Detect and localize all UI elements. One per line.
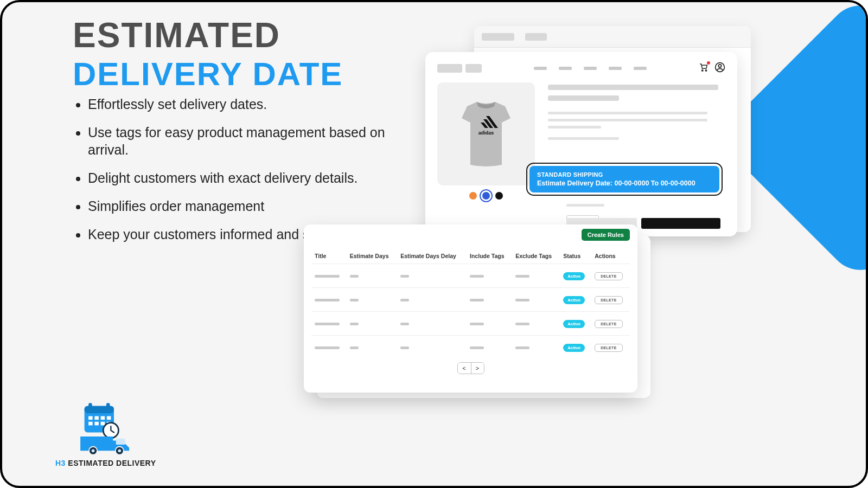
svg-rect-7: [88, 403, 92, 410]
page-prev-button[interactable]: <: [458, 363, 471, 374]
feature-item: Use tags for easy product management bas…: [88, 124, 398, 158]
status-badge: Active: [563, 344, 585, 352]
status-badge: Active: [563, 320, 585, 328]
page-next-button[interactable]: >: [471, 363, 484, 374]
svg-rect-9: [88, 416, 93, 420]
logo-prefix: H3: [55, 459, 66, 467]
delete-button[interactable]: DELETE: [595, 272, 622, 280]
swatch-blue-selected[interactable]: [482, 192, 490, 200]
rules-table: Title Estimate Days Estimate Days Delay …: [311, 248, 630, 359]
user-icon[interactable]: [714, 62, 725, 75]
heading-line-2: DELIVERY DATE: [73, 55, 343, 93]
status-badge: Active: [563, 296, 585, 304]
svg-point-1: [705, 70, 706, 71]
product-image: adidas: [437, 82, 535, 185]
col-title: Title: [311, 248, 347, 264]
table-row: ActiveDELETE: [311, 264, 630, 288]
svg-rect-12: [107, 416, 111, 420]
feature-item: Delight customers with exact delivery de…: [88, 169, 398, 187]
svg-rect-13: [88, 422, 93, 426]
svg-rect-14: [94, 422, 99, 426]
color-swatches: [437, 192, 535, 200]
svg-rect-8: [106, 403, 110, 410]
page-heading: ESTIMATED DELIVERY DATE: [73, 15, 343, 93]
col-actions: Actions: [591, 248, 630, 264]
store-nav-placeholder: [534, 67, 647, 70]
primary-cta-placeholder[interactable]: [641, 218, 720, 229]
svg-point-22: [118, 449, 121, 452]
table-row: ActiveDELETE: [311, 336, 630, 359]
table-row: ActiveDELETE: [311, 288, 630, 312]
cart-icon[interactable]: [698, 62, 709, 74]
status-badge: Active: [563, 272, 585, 280]
svg-rect-18: [116, 439, 125, 445]
col-estimate-days: Estimate Days: [347, 248, 397, 264]
delete-button[interactable]: DELETE: [595, 344, 622, 352]
svg-point-20: [92, 449, 95, 452]
table-row: ActiveDELETE: [311, 312, 630, 336]
logo-text: ESTIMATED DELIVERY: [66, 459, 156, 467]
store-logo-placeholder: [437, 64, 482, 73]
pagination: < >: [311, 362, 630, 374]
shipping-date-line: Estimate Delivery Date: 00-00-0000 To 00…: [537, 179, 712, 187]
shipping-estimate-banner: STANDARD SHIPPING Estimate Delivery Date…: [529, 166, 719, 192]
svg-point-0: [702, 70, 703, 71]
swatch-black[interactable]: [495, 192, 503, 200]
rules-table-panel: Create Rules Title Estimate Days Estimat…: [304, 224, 637, 393]
col-include-tags: Include Tags: [467, 248, 512, 264]
col-exclude-tags: Exclude Tags: [512, 248, 560, 264]
delete-button[interactable]: DELETE: [595, 296, 622, 304]
svg-rect-10: [94, 416, 99, 420]
feature-item: Effortlessly set delivery dates.: [88, 95, 398, 113]
delete-button[interactable]: DELETE: [595, 320, 622, 328]
col-estimate-delay: Estimate Days Delay: [397, 248, 467, 264]
swatch-orange[interactable]: [469, 192, 477, 200]
feature-item: Simplifies order management: [88, 197, 398, 215]
col-status: Status: [560, 248, 591, 264]
svg-rect-15: [100, 422, 105, 426]
svg-point-3: [718, 65, 721, 67]
app-logo: H3 ESTIMATED DELIVERY: [55, 402, 156, 467]
shipping-title: STANDARD SHIPPING: [537, 171, 712, 178]
svg-text:adidas: adidas: [478, 130, 494, 136]
svg-rect-11: [100, 416, 105, 420]
heading-line-1: ESTIMATED: [73, 15, 343, 55]
create-rules-button[interactable]: Create Rules: [582, 229, 630, 241]
